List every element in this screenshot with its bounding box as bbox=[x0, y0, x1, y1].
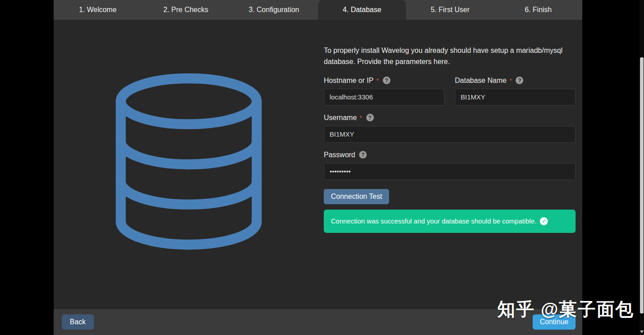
scrollbar[interactable] bbox=[640, 0, 644, 335]
tab-pre-checks[interactable]: 2. Pre Checks bbox=[142, 0, 230, 20]
username-field: Username * ? bbox=[324, 114, 576, 143]
help-icon[interactable]: ? bbox=[383, 77, 390, 84]
database-step-content: To properly install Wavelog you already … bbox=[54, 20, 582, 309]
database-name-field: Database Name * ? bbox=[455, 77, 576, 106]
required-marker: * bbox=[360, 114, 362, 121]
tab-first-user[interactable]: 5. First User bbox=[406, 0, 494, 20]
database-name-label: Database Name bbox=[455, 77, 507, 85]
connection-success-alert: Connection was successful and your datab… bbox=[324, 210, 576, 233]
password-label: Password bbox=[324, 151, 355, 159]
username-input[interactable] bbox=[324, 126, 576, 143]
help-icon[interactable]: ? bbox=[516, 77, 523, 84]
database-name-input[interactable] bbox=[455, 89, 576, 106]
check-circle-icon: ✓ bbox=[540, 217, 548, 225]
wizard-footer: Back Continue bbox=[54, 309, 582, 335]
tab-configuration[interactable]: 3. Configuration bbox=[230, 0, 318, 20]
tab-finish[interactable]: 6. Finish bbox=[494, 0, 582, 20]
tab-database[interactable]: 4. Database bbox=[318, 0, 406, 20]
wizard-tabbar: 1. Welcome 2. Pre Checks 3. Configuratio… bbox=[54, 0, 582, 20]
success-message: Connection was successful and your datab… bbox=[331, 217, 536, 225]
hostname-label: Hostname or IP bbox=[324, 77, 373, 85]
required-marker: * bbox=[509, 77, 512, 84]
help-icon[interactable]: ? bbox=[366, 114, 374, 121]
hostname-field: Hostname or IP * ? bbox=[324, 77, 445, 106]
tab-welcome[interactable]: 1. Welcome bbox=[54, 0, 142, 20]
illustration-pane bbox=[54, 20, 324, 309]
database-icon bbox=[110, 71, 267, 258]
help-icon[interactable]: ? bbox=[359, 151, 367, 159]
intro-text: To properly install Wavelog you already … bbox=[324, 45, 574, 68]
back-button[interactable]: Back bbox=[62, 314, 94, 330]
scrollbar-thumb[interactable] bbox=[640, 57, 644, 314]
database-form: To properly install Wavelog you already … bbox=[324, 20, 582, 309]
password-field: Password ? bbox=[324, 151, 576, 180]
required-marker: * bbox=[376, 77, 379, 84]
installer-window: 1. Welcome 2. Pre Checks 3. Configuratio… bbox=[54, 0, 582, 335]
connection-test-button[interactable]: Connection Test bbox=[324, 189, 389, 204]
scrollbar-down-arrow-icon[interactable] bbox=[640, 331, 644, 333]
continue-button[interactable]: Continue bbox=[533, 314, 576, 330]
password-input[interactable] bbox=[324, 163, 576, 180]
username-label: Username bbox=[324, 114, 357, 122]
hostname-input[interactable] bbox=[324, 89, 445, 106]
